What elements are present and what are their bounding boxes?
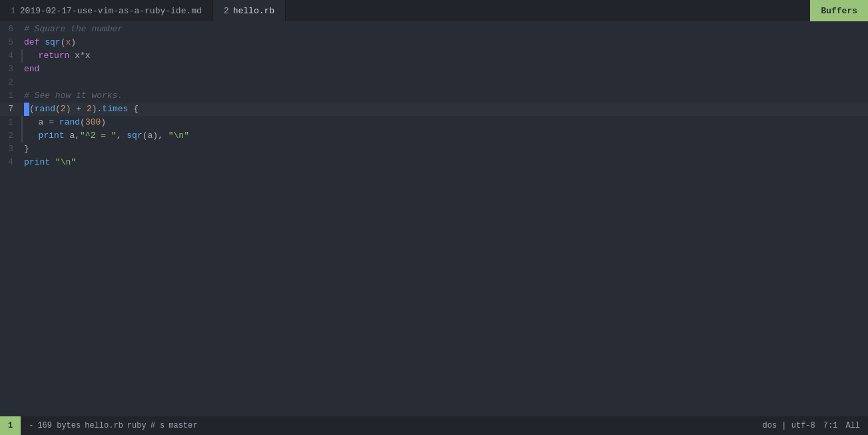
line-content: } [21, 143, 868, 156]
line-content: a = rand(300) [25, 116, 868, 129]
gutter-sep [21, 116, 23, 129]
status-position: 7:1 [823, 421, 838, 430]
line-number: 7 [0, 103, 21, 116]
status-scroll: All [845, 421, 860, 430]
tab1-label: 2019-02-17-use-vim-as-a-ruby-ide.md [20, 6, 202, 16]
status-flag: # s [151, 421, 165, 430]
line-number: 2 [0, 76, 21, 89]
code-line: 4 print "\n" [0, 156, 868, 169]
line-number: 4 [0, 156, 21, 169]
status-left: 1 - 169 bytes hello.rb ruby # s master [0, 416, 205, 435]
gutter-sep [21, 49, 23, 63]
tab-bar-left: 1 2019-02-17-use-vim-as-a-ruby-ide.md 2 … [0, 0, 286, 21]
current-code-line: 7 ​(rand(2) + 2).times { [0, 103, 868, 116]
code-line: 2 [0, 76, 868, 89]
tab-md[interactable]: 1 2019-02-17-use-vim-as-a-ruby-ide.md [0, 0, 213, 21]
status-bytes: 169 bytes [37, 421, 81, 430]
mode-number: 1 [8, 421, 13, 430]
line-content: # See how it works. [21, 89, 868, 103]
line-content: end [21, 63, 868, 76]
line-content: return x*x [25, 49, 868, 63]
tab2-label: hello.rb [233, 6, 274, 16]
buffers-label: Buffers [821, 6, 857, 16]
code-line: 3 end [0, 63, 868, 76]
line-content: def sqr(x) [21, 36, 868, 49]
code-line: 1 a = rand(300) [0, 116, 868, 129]
line-content: print "\n" [21, 156, 868, 169]
code-line: 6 # Square the number [0, 23, 868, 36]
tab2-number: 2 [224, 6, 229, 16]
status-dash: - [29, 421, 33, 430]
status-mode: 1 [0, 416, 21, 435]
line-content: # Square the number [21, 23, 868, 36]
gutter-sep [21, 129, 23, 143]
line-number: 5 [0, 36, 21, 49]
status-info: - 169 bytes hello.rb ruby # s master [21, 416, 205, 435]
line-number: 4 [0, 49, 21, 63]
tab-bar: 1 2019-02-17-use-vim-as-a-ruby-ide.md 2 … [0, 0, 868, 21]
code-line: 3 } [0, 143, 868, 156]
line-content: ​(rand(2) + 2).times { [21, 103, 868, 116]
status-bar: 1 - 169 bytes hello.rb ruby # s master d… [0, 416, 868, 435]
status-filename: hello.rb [85, 421, 123, 430]
status-filetype: ruby [127, 421, 147, 430]
line-number: 2 [0, 129, 21, 143]
tab1-number: 1 [11, 6, 16, 16]
code-line: 5 def sqr(x) [0, 36, 868, 49]
line-number: 3 [0, 143, 21, 156]
status-encoding: dos | utf-8 [763, 421, 815, 430]
tab-rb[interactable]: 2 hello.rb [213, 0, 286, 21]
buffers-button[interactable]: Buffers [810, 0, 868, 21]
code-line: 4 return x*x [0, 49, 868, 63]
status-branch: master [169, 421, 197, 430]
code-line: 2 print a,"^2 = ", sqr(a), "\n" [0, 129, 868, 143]
editor: 6 # Square the number 5 def sqr(x) 4 ret… [0, 21, 868, 416]
code-line: 1 # See how it works. [0, 89, 868, 103]
line-number: 1 [0, 116, 21, 129]
line-content: print a,"^2 = ", sqr(a), "\n" [25, 129, 868, 143]
code-area[interactable]: 6 # Square the number 5 def sqr(x) 4 ret… [0, 21, 868, 416]
status-right: dos | utf-8 7:1 All [755, 421, 868, 430]
line-number: 1 [0, 89, 21, 103]
line-number: 3 [0, 63, 21, 76]
line-number: 6 [0, 23, 21, 36]
